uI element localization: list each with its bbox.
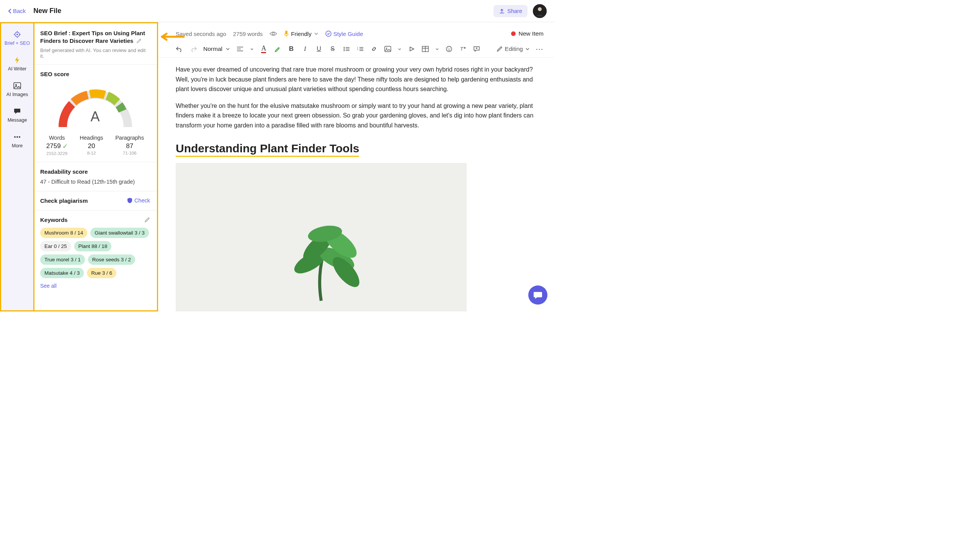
stat-headings: Headings 20 8-12 bbox=[80, 135, 103, 156]
heading-2: Understanding Plant Finder Tools bbox=[176, 142, 359, 157]
edit-keywords-icon[interactable] bbox=[144, 217, 150, 223]
seo-gauge: A bbox=[51, 81, 139, 131]
align-button[interactable] bbox=[236, 45, 244, 53]
comment-button[interactable] bbox=[473, 45, 480, 53]
new-item-label: New Item bbox=[519, 30, 544, 37]
share-button[interactable]: Share bbox=[493, 5, 528, 17]
avatar[interactable] bbox=[533, 4, 547, 18]
readability-title: Readability score bbox=[40, 168, 150, 175]
content-image bbox=[176, 163, 467, 311]
svg-point-12 bbox=[343, 47, 345, 48]
keyword-chip[interactable]: Matsutake 4 / 3 bbox=[40, 268, 84, 278]
keyword-chip[interactable]: Mushroom 8 / 14 bbox=[40, 228, 87, 238]
svg-point-20 bbox=[446, 46, 452, 52]
seo-stats: Words 2759✓ 2152-3229 Headings 20 8-12 P… bbox=[40, 135, 150, 156]
strike-button[interactable]: S bbox=[329, 45, 336, 53]
header: Back New File Share bbox=[0, 0, 554, 22]
video-button[interactable] bbox=[408, 45, 415, 53]
editing-label: Editing bbox=[505, 46, 523, 52]
keywords-title: Keywords bbox=[40, 217, 68, 223]
chevron-down-icon[interactable] bbox=[435, 48, 439, 51]
chat-icon bbox=[13, 107, 21, 116]
svg-point-13 bbox=[343, 49, 345, 50]
eye-icon[interactable] bbox=[270, 30, 277, 37]
number-list-button[interactable]: 12 bbox=[356, 45, 364, 53]
rail-more[interactable]: More bbox=[12, 131, 23, 150]
rail-label: Message bbox=[8, 117, 27, 123]
keyword-chip[interactable]: Plant 88 / 18 bbox=[74, 241, 112, 251]
style-guide-link[interactable]: Style Guide bbox=[325, 31, 363, 37]
bolt-icon bbox=[13, 56, 21, 64]
keyword-chip[interactable]: True morel 3 / 1 bbox=[40, 254, 85, 265]
tone-label: Friendly bbox=[291, 31, 311, 37]
keyword-chip[interactable]: Rose seeds 3 / 2 bbox=[88, 254, 135, 265]
format-selector[interactable]: Normal bbox=[203, 46, 230, 52]
new-item-indicator[interactable]: New Item bbox=[511, 30, 544, 37]
redo-button[interactable] bbox=[189, 45, 197, 53]
rail-label: Brief + SEO bbox=[5, 41, 30, 46]
stat-value: 87 bbox=[115, 142, 144, 150]
svg-point-8 bbox=[19, 136, 20, 138]
tone-selector[interactable]: Friendly bbox=[284, 30, 318, 37]
keyword-chip[interactable]: Ear 0 / 25 bbox=[40, 241, 71, 251]
dots-icon bbox=[13, 133, 21, 141]
chevron-down-icon[interactable] bbox=[398, 48, 402, 51]
chevron-down-icon bbox=[314, 32, 318, 35]
chevron-left-icon bbox=[8, 8, 11, 14]
clear-format-button[interactable]: T bbox=[459, 45, 467, 53]
stat-label: Headings bbox=[80, 135, 103, 141]
link-button[interactable] bbox=[370, 45, 378, 53]
back-button[interactable]: Back bbox=[8, 8, 26, 14]
rail-label: AI Writer bbox=[8, 66, 26, 72]
svg-point-3 bbox=[16, 34, 18, 35]
style-label: Style Guide bbox=[333, 31, 363, 37]
status-bar: Saved seconds ago 2759 words Friendly St… bbox=[158, 22, 554, 42]
svg-point-6 bbox=[14, 136, 16, 138]
rail-label: More bbox=[12, 143, 23, 148]
stat-words: Words 2759✓ 2152-3229 bbox=[46, 135, 68, 156]
brief-header: SEO Brief : Expert Tips on Using Plant F… bbox=[33, 23, 157, 65]
undo-button[interactable] bbox=[176, 45, 183, 53]
red-dot-icon bbox=[511, 31, 516, 36]
edit-icon[interactable] bbox=[136, 38, 142, 44]
stat-label: Words bbox=[46, 135, 68, 141]
keyword-chip[interactable]: Giant swallowtail 3 / 3 bbox=[90, 228, 149, 238]
shield-icon bbox=[127, 197, 132, 204]
editing-mode-selector[interactable]: Editing bbox=[497, 46, 530, 52]
svg-rect-4 bbox=[14, 83, 21, 89]
back-label: Back bbox=[13, 8, 26, 14]
text-color-button[interactable]: A bbox=[260, 45, 268, 53]
editor-content[interactable]: Have you ever dreamed of uncovering that… bbox=[158, 58, 554, 311]
rail-brief-seo[interactable]: Brief + SEO bbox=[5, 29, 30, 47]
italic-button[interactable]: I bbox=[301, 45, 309, 53]
chat-bubble-icon bbox=[533, 291, 542, 299]
seo-score-section: SEO score A Words 2759✓ 2152-3229 bbox=[33, 65, 157, 162]
check-plagiarism-button[interactable]: Check bbox=[127, 197, 150, 204]
chevron-down-icon bbox=[525, 47, 530, 51]
emoji-button[interactable] bbox=[445, 45, 453, 53]
rail-message[interactable]: Message bbox=[8, 106, 27, 124]
more-button[interactable]: ⋯ bbox=[536, 45, 544, 53]
bold-button[interactable]: B bbox=[287, 45, 295, 53]
table-button[interactable] bbox=[421, 45, 429, 53]
svg-text:2: 2 bbox=[357, 48, 358, 51]
chat-fab[interactable] bbox=[528, 285, 547, 305]
underline-button[interactable]: U bbox=[315, 45, 323, 53]
stat-range: 71-106 bbox=[115, 151, 144, 155]
stat-paragraphs: Paragraphs 87 71-106 bbox=[115, 135, 144, 156]
paragraph: Whether you're on the hunt for the elusi… bbox=[176, 101, 544, 130]
rail-label: AI Images bbox=[7, 92, 28, 97]
svg-point-18 bbox=[386, 48, 387, 49]
see-all-link[interactable]: See all bbox=[40, 283, 150, 289]
word-count: 2759 words bbox=[233, 31, 263, 37]
highlight-button[interactable] bbox=[274, 45, 281, 53]
stat-range: 2152-3229 bbox=[46, 151, 68, 156]
rail-ai-images[interactable]: AI Images bbox=[7, 80, 28, 99]
seo-score-title: SEO score bbox=[40, 71, 150, 77]
image-button[interactable] bbox=[384, 45, 392, 53]
rail-ai-writer[interactable]: AI Writer bbox=[8, 54, 26, 73]
mic-icon bbox=[284, 30, 289, 37]
chevron-down-icon[interactable] bbox=[250, 48, 254, 51]
bullet-list-button[interactable] bbox=[343, 45, 350, 53]
keyword-chip[interactable]: Rue 3 / 6 bbox=[87, 268, 116, 278]
